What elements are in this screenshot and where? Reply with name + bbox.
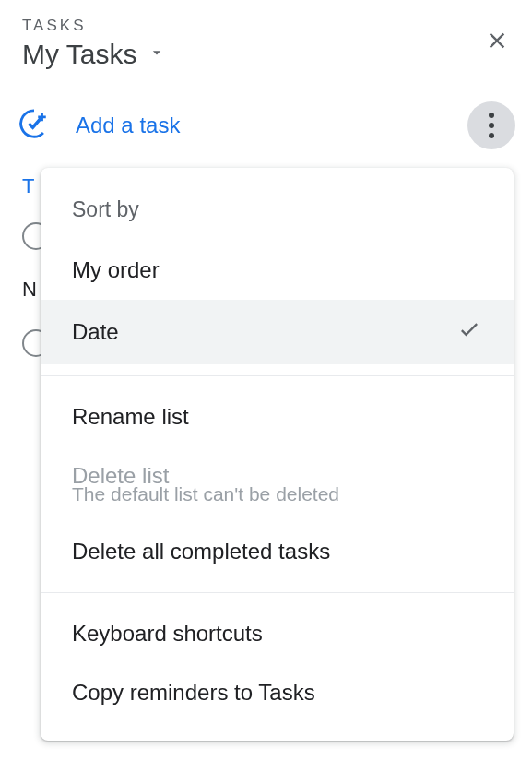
menu-item-copy-reminders[interactable]: Copy reminders to Tasks	[41, 663, 514, 722]
menu-item-label: Keyboard shortcuts	[72, 621, 263, 647]
menu-item-label: Delete all completed tasks	[72, 539, 330, 564]
close-icon	[484, 28, 510, 53]
more-button[interactable]	[467, 101, 515, 149]
menu-item-rename-list[interactable]: Rename list	[41, 387, 514, 446]
menu-item-label: Date	[72, 319, 119, 345]
menu-item-label: Copy reminders to Tasks	[72, 680, 315, 706]
more-vertical-icon	[489, 113, 494, 138]
menu-item-keyboard-shortcuts[interactable]: Keyboard shortcuts	[41, 604, 514, 663]
menu-item-label: My order	[72, 257, 160, 283]
add-task-button[interactable]: Add a task	[76, 113, 180, 138]
check-icon	[456, 316, 482, 348]
menu-item-date[interactable]: Date	[41, 300, 514, 364]
menu-section-header: Sort by	[41, 186, 514, 241]
close-button[interactable]	[484, 28, 510, 57]
menu-item-delete-completed[interactable]: Delete all completed tasks	[41, 522, 514, 581]
menu-item-label: Rename list	[72, 404, 189, 430]
header-label: TASKS	[22, 17, 510, 35]
chevron-down-icon	[148, 43, 166, 65]
list-name: My Tasks	[22, 39, 136, 70]
menu-divider	[41, 592, 514, 593]
more-menu: Sort by My order Date Rename list Delete…	[41, 168, 514, 741]
menu-item-subtitle: The default list can't be deleted	[41, 483, 514, 522]
add-task-icon[interactable]	[18, 108, 50, 143]
menu-item-my-order[interactable]: My order	[41, 241, 514, 300]
panel-header: TASKS My Tasks	[0, 0, 532, 89]
menu-divider	[41, 375, 514, 376]
toolbar: Add a task	[0, 89, 532, 161]
list-selector[interactable]: My Tasks	[22, 39, 510, 70]
